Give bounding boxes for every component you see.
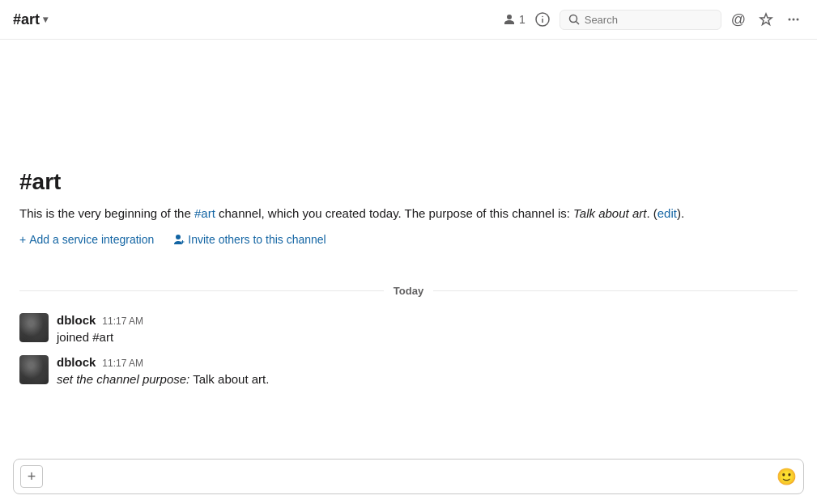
intro-text-middle: channel, which you created today. The pu… — [215, 206, 573, 220]
add-integration-icon: + — [19, 233, 26, 246]
message-input-area: + 🙂 — [0, 452, 817, 504]
search-input[interactable] — [585, 14, 698, 26]
mention-button[interactable]: @ — [728, 8, 749, 32]
mention-icon: @ — [731, 11, 746, 28]
message-input-box: + 🙂 — [13, 459, 804, 494]
invite-others-link[interactable]: Invite others to this channel — [173, 233, 326, 246]
message-content: dblock 11:17 AM joined #art — [57, 313, 798, 345]
member-count-number: 1 — [519, 13, 526, 26]
message-header: dblock 11:17 AM — [57, 313, 798, 327]
avatar-image — [19, 355, 49, 384]
channel-intro-description: This is the very beginning of the #art c… — [19, 205, 798, 223]
info-button[interactable] — [532, 9, 553, 30]
edit-purpose-link[interactable]: edit — [657, 206, 677, 220]
svg-marker-5 — [760, 14, 772, 25]
svg-point-2 — [542, 16, 543, 18]
add-integration-link[interactable]: + Add a service integration — [19, 233, 154, 246]
invite-others-label: Invite others to this channel — [188, 233, 326, 246]
emoji-button[interactable]: 🙂 — [777, 467, 797, 486]
chevron-down-icon: ▾ — [43, 14, 48, 25]
channel-link[interactable]: #art — [194, 206, 215, 220]
message-body: joined #art — [57, 328, 798, 345]
table-row: dblock 11:17 AM joined #art — [19, 310, 798, 349]
channel-name[interactable]: #art ▾ — [13, 11, 48, 28]
search-icon — [568, 14, 580, 25]
svg-point-3 — [569, 15, 577, 23]
divider-line-left — [19, 290, 384, 291]
message-time: 11:17 AM — [102, 358, 143, 369]
message-header: dblock 11:17 AM — [57, 355, 798, 369]
intro-text-suffix: . — [646, 206, 649, 220]
star-button[interactable] — [755, 9, 777, 30]
star-icon — [759, 12, 773, 27]
message-author: dblock — [57, 355, 96, 369]
more-icon — [786, 12, 801, 27]
emoji-icon: 🙂 — [777, 467, 797, 486]
plus-icon: + — [28, 468, 36, 485]
intro-text-prefix: This is the very beginning of the — [19, 206, 194, 220]
svg-point-7 — [793, 19, 795, 21]
message-author: dblock — [57, 313, 96, 327]
message-content: dblock 11:17 AM set the channel purpose:… — [57, 355, 798, 388]
svg-point-8 — [797, 19, 799, 21]
table-row: dblock 11:17 AM set the channel purpose:… — [19, 352, 798, 391]
invite-icon — [173, 234, 185, 245]
search-bar[interactable] — [560, 10, 721, 30]
add-attachment-button[interactable]: + — [20, 465, 43, 488]
message-time: 11:17 AM — [102, 316, 143, 327]
channel-intro-title: #art — [19, 169, 798, 195]
message-body-italic: set the channel purpose: — [57, 372, 189, 386]
today-divider: Today — [0, 272, 817, 310]
header-actions: 1 @ — [503, 8, 804, 32]
divider-line-right — [433, 290, 798, 291]
channel-purpose-italic: Talk about art — [573, 206, 646, 220]
svg-point-6 — [789, 19, 791, 21]
header: #art ▾ 1 @ — [0, 0, 817, 40]
main-content: #art This is the very beginning of the #… — [0, 40, 817, 452]
more-button[interactable] — [783, 9, 804, 30]
avatar — [19, 355, 49, 384]
svg-line-4 — [576, 22, 579, 25]
info-icon — [535, 12, 550, 27]
member-icon — [503, 13, 516, 26]
member-count[interactable]: 1 — [503, 13, 526, 26]
today-label: Today — [394, 285, 423, 297]
message-text-input[interactable] — [48, 470, 772, 484]
channel-intro: #art This is the very beginning of the #… — [0, 40, 817, 272]
channel-actions: + Add a service integration Invite other… — [19, 233, 798, 246]
add-integration-label: Add a service integration — [29, 233, 154, 246]
avatar-image — [19, 313, 49, 342]
messages-list: dblock 11:17 AM joined #art dblock 11:17… — [0, 310, 817, 394]
message-body: set the channel purpose: Talk about art. — [57, 371, 798, 388]
avatar — [19, 313, 49, 342]
channel-name-text: #art — [13, 11, 40, 28]
